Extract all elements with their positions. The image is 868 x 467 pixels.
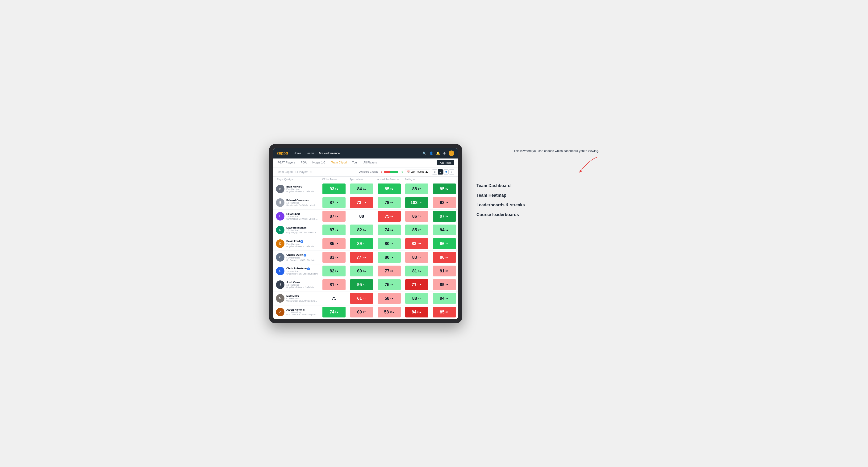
- settings-icon[interactable]: ⊕: [443, 151, 446, 155]
- score-change: 9▲: [390, 201, 394, 204]
- table-row[interactable]: BBlair McHargPlus HandicapRoyal North De…: [273, 182, 458, 196]
- score-box: 10315▲: [405, 197, 428, 208]
- table-row[interactable]: EElliot Ebert1-5 HandicapSunningdale Gol…: [273, 210, 458, 223]
- sort-button[interactable]: ↕: [449, 169, 454, 175]
- score-value: 75: [385, 282, 390, 287]
- player-handicap: 1-5 Handicap: [286, 229, 318, 231]
- player-avatar: C: [276, 253, 284, 261]
- player-handicap: 6-10 Handicap: [286, 257, 318, 259]
- table-row[interactable]: AAaron Nicholls11-15 HandicapDrift Golf …: [273, 305, 458, 319]
- score-cell: 853▼: [320, 237, 348, 250]
- score-value: 87: [330, 228, 334, 232]
- score-change: 2▲: [363, 270, 366, 272]
- score-change: 2▼: [418, 298, 421, 300]
- score-box: 897▲: [350, 238, 373, 249]
- score-box: 741▲: [378, 224, 401, 236]
- player-club: Sunningdale Golf Club, United Kingdom: [286, 204, 318, 206]
- nav-link-myperformance[interactable]: My Performance: [319, 152, 340, 155]
- score-box: 753▼: [378, 211, 401, 222]
- player-name: Josh Coles: [286, 281, 318, 284]
- player-details: Charlie Quick✓6-10 HandicapSt. George's …: [286, 253, 318, 261]
- search-icon[interactable]: 🔍: [423, 151, 427, 155]
- score-box: 824▲: [350, 224, 373, 236]
- score-cell: 958▲: [348, 278, 375, 291]
- verified-icon: ✓: [300, 240, 303, 243]
- score-value: 86: [412, 214, 417, 219]
- col-off-tee[interactable]: Off the Tee —: [320, 178, 348, 181]
- score-change: 3▼: [363, 298, 366, 300]
- tablet-screen: clippd Home Teams My Performance 🔍 👤 🔔 ⊕…: [273, 148, 458, 319]
- tablet-device: clippd Home Teams My Performance 🔍 👤 🔔 ⊕…: [269, 144, 462, 323]
- player-club: Royal North Devon Golf Club, United King…: [286, 190, 318, 193]
- last-rounds-button[interactable]: 📅 Last Rounds: 20: [405, 169, 430, 174]
- score-change: 3▼: [390, 270, 394, 272]
- score-cell: 824▲: [348, 223, 375, 237]
- score-box: 939▲: [322, 184, 346, 194]
- subnav-pgat[interactable]: PGAT Players: [277, 158, 296, 167]
- table-row[interactable]: DDave Billingham1-5 HandicapGog Magog Go…: [273, 223, 458, 237]
- score-cell: 748▲: [320, 305, 348, 319]
- score-value: 89: [357, 241, 362, 246]
- col-approach[interactable]: Approach —: [348, 178, 375, 181]
- add-team-button[interactable]: Add Team: [437, 160, 454, 165]
- player-name: Edward Crossman: [286, 199, 318, 201]
- nav-link-home[interactable]: Home: [294, 152, 301, 155]
- score-value: 93: [330, 187, 334, 191]
- subnav-hcaps[interactable]: Hcaps 1-5: [312, 158, 326, 167]
- player-info: JJosh Coles1-5 HandicapRoyal North Devon…: [273, 279, 320, 291]
- player-handicap: Plus Handicap: [286, 188, 318, 190]
- score-value: 79: [385, 200, 390, 205]
- table-row[interactable]: EEdward Crossman1-5 HandicapSunningdale …: [273, 196, 458, 210]
- subnav-tour[interactable]: Tour: [352, 158, 358, 167]
- score-change: 14▼: [362, 256, 367, 258]
- table-row[interactable]: CCharlie Quick✓6-10 HandicapSt. George's…: [273, 251, 458, 264]
- person-view-button[interactable]: 👤: [443, 169, 448, 175]
- score-box: 892▼: [433, 279, 456, 290]
- sort-icon: —: [413, 178, 415, 181]
- score-change: 4▲: [335, 229, 338, 231]
- player-avatar: D: [276, 226, 284, 234]
- score-cell: 854▼: [431, 305, 458, 319]
- score-cell: 873▼: [320, 210, 348, 223]
- score-change: 4▲: [363, 229, 366, 231]
- subnav-allplayers[interactable]: All Players: [363, 158, 377, 167]
- score-change: 3▼: [335, 215, 338, 217]
- player-club: Gog Magog Golf Club, United Kingdom: [286, 231, 318, 234]
- col-putting[interactable]: Putting —: [403, 178, 431, 181]
- score-box: 881▼: [405, 184, 428, 194]
- table-row[interactable]: DDavid Ford✓Plus HandicapRoyal North Dev…: [273, 237, 458, 251]
- score-change: 4▲: [418, 270, 421, 272]
- score-value: 81: [330, 282, 334, 287]
- avatar[interactable]: U: [448, 151, 454, 156]
- score-value: 83: [412, 241, 416, 246]
- bell-icon[interactable]: 🔔: [436, 151, 440, 155]
- player-info: EEdward Crossman1-5 HandicapSunningdale …: [273, 196, 320, 209]
- user-icon[interactable]: 👤: [429, 151, 433, 155]
- player-name: David Ford✓: [286, 240, 318, 243]
- score-box: 752▲: [378, 279, 401, 290]
- score-cell: 866▼: [403, 210, 431, 223]
- app-logo: clippd: [277, 151, 288, 155]
- grid-view-button[interactable]: ⊞: [432, 169, 437, 175]
- subnav-teamclippd[interactable]: Team Clippd: [331, 158, 347, 167]
- table-row[interactable]: CChris Robertson✓1-5 HandicapCraigmillar…: [273, 264, 458, 278]
- nav-icons: 🔍 👤 🔔 ⊕ U: [423, 151, 454, 156]
- player-name: Charlie Quick✓: [286, 253, 318, 257]
- nav-link-teams[interactable]: Teams: [306, 152, 314, 155]
- score-cell: 923▼: [431, 196, 458, 210]
- player-club: St. George's Hill GC - Weybridge - Surre…: [286, 259, 318, 261]
- score-value: 75: [385, 214, 390, 219]
- annotation-team-heatmap: Team Heatmap: [476, 193, 599, 198]
- col-player-quality[interactable]: Player Quality ▾: [273, 178, 320, 181]
- table-row[interactable]: MMatt Miller6-10 HandicapWoburn Golf Clu…: [273, 292, 458, 305]
- edit-icon[interactable]: ✏: [310, 171, 312, 173]
- score-cell: 813▼: [320, 278, 348, 291]
- verified-icon: ✓: [304, 254, 306, 257]
- col-around-green[interactable]: Around the Green —: [375, 178, 403, 181]
- table-view-button[interactable]: ☰: [438, 169, 443, 175]
- table-row[interactable]: JJosh Coles1-5 HandicapRoyal North Devon…: [273, 278, 458, 292]
- score-change: 10▲: [390, 311, 394, 313]
- subnav-pga[interactable]: PGA: [300, 158, 307, 167]
- score-bar: [384, 171, 398, 173]
- player-club: Royal North Devon Golf Club, United King…: [286, 286, 318, 288]
